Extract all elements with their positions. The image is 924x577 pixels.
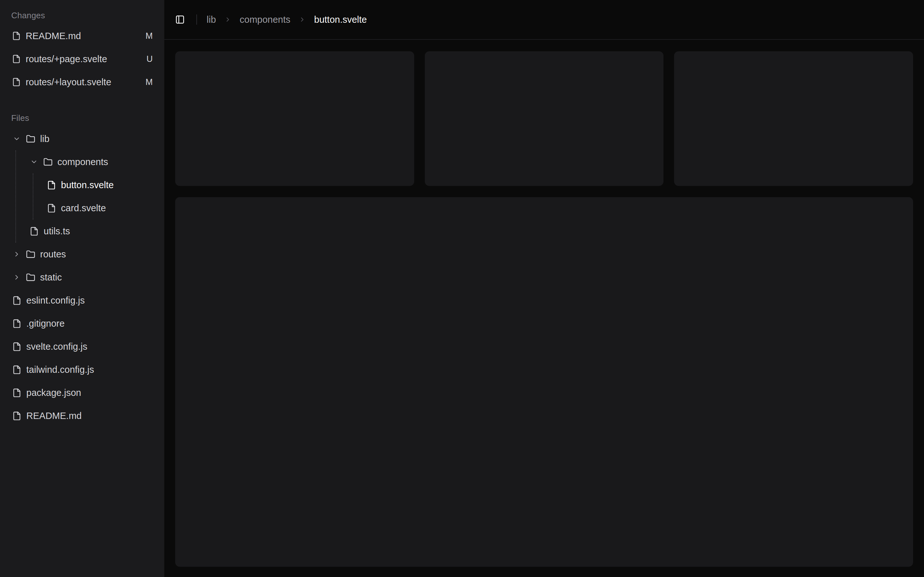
file-icon — [12, 388, 21, 398]
tree-row-file[interactable]: README.md — [12, 404, 164, 427]
chevron-wrap — [12, 135, 21, 143]
file-icon — [12, 31, 21, 40]
changes-item[interactable]: routes/+page.svelteU — [0, 47, 164, 71]
chevron-down-icon — [13, 135, 21, 143]
large-card-slot — [175, 186, 913, 567]
changes-item-name: routes/+page.svelte — [26, 54, 107, 64]
tree-node: utils.ts — [29, 219, 164, 243]
tree-row-folder[interactable]: lib — [12, 127, 164, 150]
tree-item-label: package.json — [26, 388, 81, 398]
file-icon — [12, 319, 21, 328]
chevron-right-icon — [13, 274, 21, 281]
topbar: libcomponentsbutton.svelte — [164, 0, 924, 40]
sidebar: Changes README.mdMroutes/+page.svelteUro… — [0, 0, 164, 577]
tree-row-file[interactable]: tailwind.config.js — [12, 358, 164, 381]
chevron-wrap — [12, 274, 21, 281]
placeholder-card — [425, 51, 664, 186]
changes-item[interactable]: README.mdM — [0, 24, 164, 47]
git-status-badge: U — [147, 54, 153, 64]
chevron-right-icon — [13, 250, 21, 258]
files-section: Files libcomponentsbutton.sveltecard.sve… — [0, 112, 164, 427]
tree-item-label: eslint.config.js — [26, 295, 85, 306]
breadcrumb-separator — [299, 16, 306, 23]
files-section-label: Files — [0, 112, 164, 124]
tree-row-file[interactable]: .gitignore — [12, 312, 164, 335]
breadcrumb-link[interactable]: components — [240, 15, 290, 25]
tree-row-file[interactable]: button.svelte — [47, 173, 164, 197]
content — [164, 40, 924, 577]
tree-row-file[interactable]: eslint.config.js — [12, 289, 164, 312]
tree-item-label: utils.ts — [44, 226, 70, 237]
tree-node: README.md — [12, 404, 164, 427]
changes-item-name: routes/+layout.svelte — [26, 77, 111, 87]
tree-item-label: README.md — [26, 411, 81, 421]
tree-node: routes — [12, 243, 164, 266]
tree-item-label: card.svelte — [61, 203, 106, 213]
placeholder-card-large — [175, 197, 913, 567]
tree-row-file[interactable]: svelte.config.js — [12, 335, 164, 358]
file-icon — [12, 55, 21, 63]
changes-section-label: Changes — [0, 10, 164, 21]
tree-row-file[interactable]: utils.ts — [29, 219, 164, 243]
tree-item-label: routes — [40, 249, 66, 259]
tree-node: componentsbutton.sveltecard.svelte — [29, 150, 164, 219]
main-area: libcomponentsbutton.svelte — [164, 0, 924, 577]
tree-node: static — [12, 266, 164, 289]
chevron-right-icon — [224, 16, 231, 23]
breadcrumb-link[interactable]: lib — [207, 15, 216, 25]
file-icon — [12, 365, 21, 374]
chevron-right-icon — [299, 16, 306, 23]
git-status-badge: M — [145, 31, 153, 41]
tree-row-folder[interactable]: components — [29, 150, 164, 173]
folder-icon — [26, 134, 35, 143]
changes-list: README.mdMroutes/+page.svelteUroutes/+la… — [0, 24, 164, 93]
folder-icon — [26, 250, 35, 259]
tree-node: tailwind.config.js — [12, 358, 164, 381]
file-icon — [47, 181, 56, 190]
file-icon — [12, 342, 21, 351]
chevron-down-icon — [30, 158, 38, 166]
tree-item-label: tailwind.config.js — [26, 364, 94, 375]
breadcrumb-current: button.svelte — [314, 15, 367, 25]
tree-node: eslint.config.js — [12, 289, 164, 312]
file-icon — [12, 77, 21, 87]
tree-row-file[interactable]: package.json — [12, 381, 164, 404]
file-icon — [47, 203, 56, 213]
placeholder-card — [175, 51, 414, 186]
tree-item-label: lib — [40, 134, 49, 144]
tree-item-label: components — [57, 157, 108, 167]
tree-node: .gitignore — [12, 312, 164, 335]
chevron-wrap — [29, 158, 39, 166]
breadcrumb: libcomponentsbutton.svelte — [207, 15, 367, 25]
tree-node: libcomponentsbutton.sveltecard.svelteuti… — [12, 127, 164, 243]
git-status-badge: M — [145, 77, 153, 87]
tree-group: button.sveltecard.svelte — [33, 173, 164, 219]
folder-icon — [43, 157, 53, 167]
sidebar-toggle-button[interactable] — [175, 13, 188, 27]
file-icon — [12, 411, 21, 421]
changes-item-name: README.md — [26, 31, 81, 41]
tree-item-label: button.svelte — [61, 180, 113, 190]
breadcrumb-separator — [224, 16, 231, 23]
topbar-divider — [196, 15, 197, 25]
changes-item[interactable]: routes/+layout.svelteM — [0, 71, 164, 93]
file-tree: libcomponentsbutton.sveltecard.svelteuti… — [0, 127, 164, 427]
tree-node: package.json — [12, 381, 164, 404]
tree-row-file[interactable]: card.svelte — [47, 197, 164, 219]
tree-node: card.svelte — [47, 197, 164, 219]
tree-root: libcomponentsbutton.sveltecard.svelteuti… — [0, 127, 164, 427]
tree-node: button.svelte — [47, 173, 164, 197]
folder-icon — [26, 273, 35, 282]
placeholder-card-row — [175, 51, 913, 186]
tree-node: svelte.config.js — [12, 335, 164, 358]
panel-left-icon — [175, 15, 185, 24]
tree-row-folder[interactable]: static — [12, 266, 164, 289]
file-icon — [29, 227, 39, 236]
tree-row-folder[interactable]: routes — [12, 243, 164, 266]
file-icon — [12, 296, 21, 305]
tree-item-label: static — [40, 272, 62, 283]
placeholder-card — [674, 51, 913, 186]
tree-item-label: .gitignore — [26, 318, 65, 329]
chevron-wrap — [12, 250, 21, 258]
tree-item-label: svelte.config.js — [26, 342, 87, 352]
